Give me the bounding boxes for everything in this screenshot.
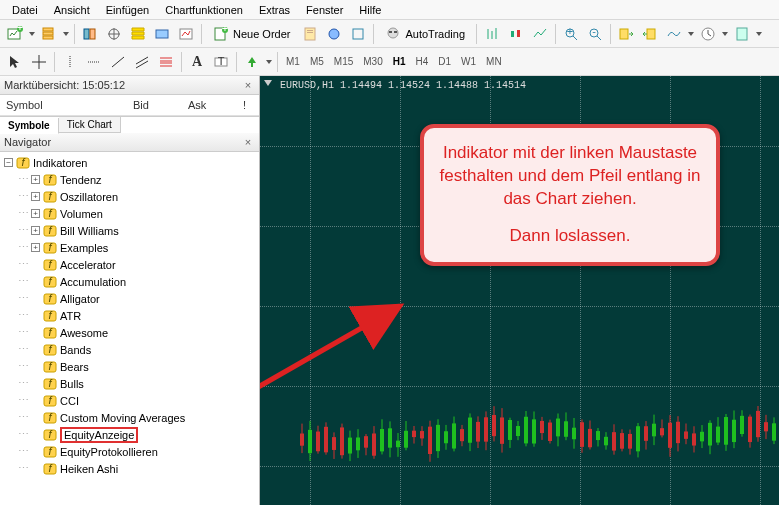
chart-dropdown-icon[interactable] <box>264 80 272 86</box>
text-button[interactable]: A <box>186 51 208 73</box>
new-order-button[interactable]: +Neue Order <box>206 23 297 45</box>
tab-tick-chart[interactable]: Tick Chart <box>59 117 121 133</box>
cross-button[interactable] <box>28 51 50 73</box>
col-symbol[interactable]: Symbol <box>4 97 131 113</box>
nav-folder[interactable]: Examples <box>60 242 108 254</box>
col-ask[interactable]: Ask <box>186 97 241 113</box>
bar-chart-button[interactable] <box>481 23 503 45</box>
chart-area[interactable]: EURUSD,H1 1.14494 1.14524 1.14488 1.1451… <box>260 76 779 505</box>
svg-rect-155 <box>548 423 552 441</box>
tf-m30[interactable]: M30 <box>359 56 386 67</box>
nav-item-highlighted[interactable]: EquityAnzeige <box>60 427 138 443</box>
market-watch-close-icon[interactable]: × <box>241 78 255 92</box>
candle-chart-button[interactable] <box>505 23 527 45</box>
navigator-close-icon[interactable]: × <box>241 135 255 149</box>
line-chart-button[interactable] <box>529 23 551 45</box>
zoom-in-button[interactable]: + <box>560 23 582 45</box>
svg-text:T: T <box>218 55 225 67</box>
indicator-icon: f <box>43 360 57 374</box>
nav-item[interactable]: Bands <box>60 344 91 356</box>
indicators-button[interactable] <box>663 23 685 45</box>
metaeditor-button[interactable] <box>299 23 321 45</box>
nav-folder[interactable]: Bill Williams <box>60 225 119 237</box>
templates-dropdown[interactable] <box>755 23 763 45</box>
chart-shift-button[interactable] <box>639 23 661 45</box>
tf-mn[interactable]: MN <box>482 56 506 67</box>
cursor-button[interactable] <box>4 51 26 73</box>
hline-button[interactable] <box>83 51 105 73</box>
svg-rect-205 <box>748 417 752 442</box>
svg-rect-12 <box>180 29 192 39</box>
tf-d1[interactable]: D1 <box>434 56 455 67</box>
svg-rect-171 <box>612 432 616 450</box>
periods-dropdown[interactable] <box>721 23 729 45</box>
tf-m5[interactable]: M5 <box>306 56 328 67</box>
menu-datei[interactable]: Datei <box>4 4 46 16</box>
separator <box>373 24 374 44</box>
strategy-tester-button[interactable] <box>175 23 197 45</box>
periods-button[interactable] <box>697 23 719 45</box>
nav-folder[interactable]: Oszillatoren <box>60 191 118 203</box>
terminal-button[interactable] <box>151 23 173 45</box>
market-watch-button[interactable] <box>79 23 101 45</box>
tf-w1[interactable]: W1 <box>457 56 480 67</box>
col-alert[interactable]: ! <box>241 97 255 113</box>
zoom-out-button[interactable]: - <box>584 23 606 45</box>
menu-extras[interactable]: Extras <box>251 4 298 16</box>
col-bid[interactable]: Bid <box>131 97 186 113</box>
svg-rect-28 <box>517 30 520 37</box>
svg-line-46 <box>136 57 148 64</box>
svg-rect-18 <box>307 32 313 33</box>
nav-item[interactable]: CCI <box>60 395 79 407</box>
fibo-button[interactable] <box>155 51 177 73</box>
nav-item[interactable]: Custom Moving Averages <box>60 412 185 424</box>
auto-scroll-button[interactable] <box>615 23 637 45</box>
tf-h1[interactable]: H1 <box>389 56 410 67</box>
tab-symbole[interactable]: Symbole <box>0 118 59 134</box>
menu-hilfe[interactable]: Hilfe <box>351 4 389 16</box>
tf-h4[interactable]: H4 <box>412 56 433 67</box>
svg-line-47 <box>136 61 148 68</box>
nav-item[interactable]: Awesome <box>60 327 108 339</box>
nav-folder[interactable]: Tendenz <box>60 174 102 186</box>
nav-root[interactable]: Indikatoren <box>33 157 87 169</box>
menu-ansicht[interactable]: Ansicht <box>46 4 98 16</box>
templates-button[interactable] <box>731 23 753 45</box>
trendline-button[interactable] <box>107 51 129 73</box>
nav-item[interactable]: Accumulation <box>60 276 126 288</box>
profiles-button[interactable] <box>38 23 60 45</box>
tf-m15[interactable]: M15 <box>330 56 357 67</box>
nav-folder[interactable]: Volumen <box>60 208 103 220</box>
vline-button[interactable] <box>59 51 81 73</box>
svg-rect-36 <box>647 29 655 39</box>
full-screen-button[interactable] <box>347 23 369 45</box>
nav-item[interactable]: Accelerator <box>60 259 116 271</box>
nav-item[interactable]: Bears <box>60 361 89 373</box>
svg-rect-93 <box>300 434 304 446</box>
menu-einfuegen[interactable]: Einfügen <box>98 4 157 16</box>
navigator-tree[interactable]: −fIndikatoren⋯+fTendenz⋯+fOszillatoren⋯+… <box>0 152 259 505</box>
navigator-button[interactable] <box>127 23 149 45</box>
indicators-dropdown[interactable] <box>687 23 695 45</box>
nav-item[interactable]: EquityProtokollieren <box>60 446 158 458</box>
nav-item[interactable]: Bulls <box>60 378 84 390</box>
menu-fenster[interactable]: Fenster <box>298 4 351 16</box>
new-chart-button[interactable]: + <box>4 23 26 45</box>
arrow-up-button[interactable] <box>241 51 263 73</box>
profiles-dropdown[interactable] <box>62 23 70 45</box>
nav-item[interactable]: ATR <box>60 310 81 322</box>
options-button[interactable] <box>323 23 345 45</box>
menubar: Datei Ansicht Einfügen Chartfunktionen E… <box>0 0 779 20</box>
tf-m1[interactable]: M1 <box>282 56 304 67</box>
svg-line-30 <box>573 36 577 40</box>
nav-item[interactable]: Heiken Ashi <box>60 463 118 475</box>
channel-button[interactable] <box>131 51 153 73</box>
data-window-button[interactable] <box>103 23 125 45</box>
autotrading-button[interactable]: AutoTrading <box>378 23 472 45</box>
indicator-icon: f <box>43 173 57 187</box>
arrows-dropdown[interactable] <box>265 51 273 73</box>
menu-chartfunktionen[interactable]: Chartfunktionen <box>157 4 251 16</box>
new-chart-dropdown[interactable] <box>28 23 36 45</box>
label-button[interactable]: T <box>210 51 232 73</box>
nav-item[interactable]: Alligator <box>60 293 100 305</box>
